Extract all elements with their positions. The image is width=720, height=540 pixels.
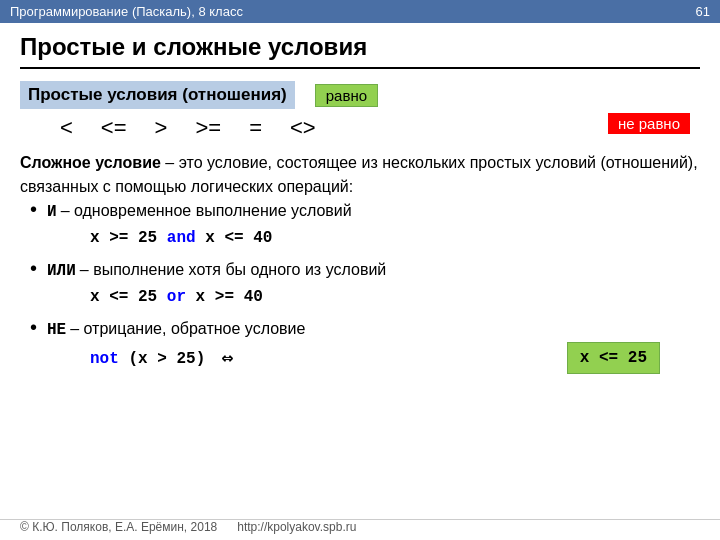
badge-ne-ravno: не равно [608, 113, 690, 134]
keyword-ne: НЕ [47, 318, 66, 342]
complex-bold: Сложное условие [20, 154, 161, 171]
op-ne: <> [290, 115, 316, 141]
footer-url: http://kpolyakov.spb.ru [237, 520, 356, 534]
keyword-i: И [47, 200, 57, 224]
badge-x-le-25: x <= 25 [567, 342, 660, 374]
op-ge: >= [195, 115, 221, 141]
op-eq: = [249, 115, 262, 141]
bullet-2-text: – выполнение хотя бы одного из условий [80, 258, 386, 282]
bullet-list: • И – одновременное выполнение условий x… [30, 199, 700, 376]
list-item: • НЕ – отрицание, обратное условие not (… [30, 317, 700, 376]
page-title: Простые и сложные условия [20, 33, 700, 69]
bullet-dot: • [30, 258, 37, 278]
bullet-dot: • [30, 317, 37, 337]
badge-ravno: равно [315, 84, 378, 107]
op-gt: > [155, 115, 168, 141]
bullet-3-text: – отрицание, обратное условие [70, 317, 305, 341]
code-line-2: x <= 25 or x >= 40 [90, 285, 700, 309]
arrow-symbol: ⇔ [221, 344, 233, 374]
bullet-dot: • [30, 199, 37, 219]
simple-conditions-label: Простые условия (отношения) [20, 81, 295, 109]
keyword-ili: ИЛИ [47, 259, 76, 283]
top-bar: Программирование (Паскаль), 8 класс 61 [0, 0, 720, 23]
bullet-1-text: – одновременное выполнение условий [61, 199, 352, 223]
code-line-1: x >= 25 and x <= 40 [90, 226, 700, 250]
list-item: • ИЛИ – выполнение хотя бы одного из усл… [30, 258, 700, 311]
complex-intro: Сложное условие – это условие, состоящее… [20, 151, 700, 199]
op-le: <= [101, 115, 127, 141]
code-line-3: not (x > 25) ⇔ x <= 25 [90, 344, 700, 374]
list-item: • И – одновременное выполнение условий x… [30, 199, 700, 252]
footer: © К.Ю. Поляков, Е.А. Ерёмин, 2018 http:/… [0, 519, 720, 534]
op-lt: < [60, 115, 73, 141]
not-code: not (x > 25) [90, 347, 205, 371]
page-number: 61 [696, 4, 710, 19]
course-title: Программирование (Паскаль), 8 класс [10, 4, 243, 19]
footer-author: © К.Ю. Поляков, Е.А. Ерёмин, 2018 [20, 520, 217, 534]
